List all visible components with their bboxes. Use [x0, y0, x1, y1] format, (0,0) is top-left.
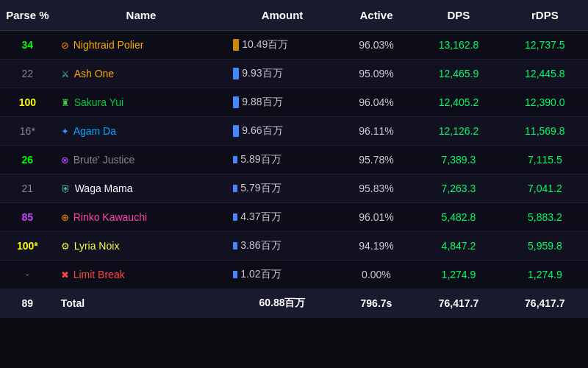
table-row: 22⚔Ash One9.93百万95.09%12,465.912,445.8: [0, 60, 588, 88]
total-amount: 60.88百万: [227, 289, 337, 318]
parse-value: 21: [0, 174, 55, 203]
player-name-cell: ⊗Brute' Justice: [55, 146, 228, 174]
table-row: -✖Limit Break1.02百万0.00%1,274.91,274.9: [0, 261, 588, 289]
amount-text: 9.66百万: [242, 124, 282, 138]
player-name-cell: ✦Agam Da: [55, 117, 228, 146]
rdps-value: 7,115.5: [502, 146, 588, 174]
player-name: Rinko Kawauchi: [74, 211, 147, 223]
parse-value: 22: [0, 60, 55, 88]
player-name: Agam Da: [74, 125, 116, 137]
amount-value: 1.02百万: [227, 261, 337, 289]
rdps-value: 12,737.5: [502, 31, 588, 60]
player-name: Waga Mama: [75, 183, 133, 194]
amount-text: 4.37百万: [240, 210, 281, 224]
dps-value: 13,162.8: [415, 31, 501, 60]
amount-bar: [233, 185, 237, 192]
player-icon: ⊗: [61, 155, 69, 166]
player-icon: ✦: [61, 126, 69, 137]
rdps-value: 7,041.2: [502, 174, 588, 203]
table-row: 34⊘Nightraid Polier10.49百万96.03%13,162.8…: [0, 31, 588, 60]
amount-text: 10.49百万: [242, 38, 288, 52]
parse-value: -: [0, 261, 55, 289]
amount-bar: [233, 39, 239, 51]
player-name: Limit Break: [74, 269, 125, 280]
player-icon: ♜: [61, 97, 70, 108]
amount-value: 9.93百万: [227, 60, 337, 88]
amount-text: 5.79百万: [240, 182, 281, 195]
amount-text: 3.86百万: [240, 239, 281, 252]
amount-value: 5.79百万: [227, 174, 337, 203]
dps-value: 12,465.9: [415, 60, 501, 88]
rdps-value: 5,883.2: [502, 203, 588, 232]
header-parse: Parse %: [0, 0, 55, 31]
header-name: Name: [55, 0, 228, 31]
amount-text: 5.89百万: [240, 153, 281, 166]
active-value: 95.83%: [337, 174, 416, 203]
amount-bar: [233, 156, 237, 163]
amount-text: 9.93百万: [242, 67, 282, 80]
player-name-cell: ♜Sakura Yui: [55, 88, 228, 117]
player-name: Lyria Noix: [74, 240, 120, 252]
active-value: 94.19%: [337, 232, 416, 261]
amount-bar: [233, 271, 237, 278]
table-body: 34⊘Nightraid Polier10.49百万96.03%13,162.8…: [0, 31, 588, 318]
parse-table: Parse % Name Amount Active DPS rDPS 34⊘N…: [0, 0, 588, 318]
player-name: Nightraid Polier: [74, 39, 144, 51]
active-value: 95.78%: [337, 146, 416, 174]
rdps-value: 12,390.0: [502, 88, 588, 117]
amount-text: 1.02百万: [240, 268, 281, 281]
rdps-value: 11,569.8: [502, 117, 588, 146]
amount-bar: [233, 96, 239, 108]
dps-value: 5,482.8: [415, 203, 501, 232]
player-icon: ⊕: [61, 212, 69, 223]
player-name-cell: ✖Limit Break: [55, 261, 228, 289]
parse-table-container: Parse % Name Amount Active DPS rDPS 34⊘N…: [0, 0, 588, 318]
table-row: 100♜Sakura Yui9.88百万96.04%12,405.212,390…: [0, 88, 588, 117]
amount-value: 10.49百万: [227, 31, 337, 60]
player-name-cell: ⚔Ash One: [55, 60, 228, 88]
parse-value: 100*: [0, 232, 55, 261]
amount-text: 9.88百万: [242, 96, 282, 109]
table-row: 26⊗Brute' Justice5.89百万95.78%7,389.37,11…: [0, 146, 588, 174]
table-row: 21⛨Waga Mama5.79百万95.83%7,263.37,041.2: [0, 174, 588, 203]
amount-value: 5.89百万: [227, 146, 337, 174]
player-icon: ⚔: [61, 68, 70, 79]
dps-value: 7,389.3: [415, 146, 501, 174]
rdps-value: 12,445.8: [502, 60, 588, 88]
parse-value: 85: [0, 203, 55, 232]
header-rdps: rDPS: [502, 0, 588, 31]
table-row: 100*⚙Lyria Noix3.86百万94.19%4,847.25,959.…: [0, 232, 588, 261]
player-icon: ⚙: [61, 241, 70, 252]
player-name: Ash One: [74, 68, 114, 79]
rdps-value: 5,959.8: [502, 232, 588, 261]
header-dps: DPS: [415, 0, 501, 31]
dps-value: 1,274.9: [415, 261, 501, 289]
amount-value: 9.88百万: [227, 88, 337, 117]
player-name-cell: ⚙Lyria Noix: [55, 232, 228, 261]
active-value: 95.09%: [337, 60, 416, 88]
table-row: 16*✦Agam Da9.66百万96.11%12,126.211,569.8: [0, 117, 588, 146]
header-amount: Amount: [227, 0, 337, 31]
amount-bar: [233, 242, 237, 250]
parse-value: 16*: [0, 117, 55, 146]
rdps-value: 1,274.9: [502, 261, 588, 289]
amount-value: 9.66百万: [227, 117, 337, 146]
player-name: Brute' Justice: [74, 154, 135, 166]
active-value: 96.03%: [337, 31, 416, 60]
dps-value: 7,263.3: [415, 174, 501, 203]
total-dps: 76,417.7: [415, 289, 501, 318]
active-value: 96.01%: [337, 203, 416, 232]
player-name-cell: ⛨Waga Mama: [55, 174, 228, 203]
dps-value: 12,126.2: [415, 117, 501, 146]
total-rdps: 76,417.7: [502, 289, 588, 318]
parse-value: 34: [0, 31, 55, 60]
total-name: Total: [55, 289, 228, 318]
table-header-row: Parse % Name Amount Active DPS rDPS: [0, 0, 588, 31]
amount-bar: [233, 68, 239, 79]
player-name-cell: ⊕Rinko Kawauchi: [55, 203, 228, 232]
amount-bar: [233, 125, 239, 137]
parse-value: 100: [0, 88, 55, 117]
player-name: Sakura Yui: [74, 96, 123, 108]
total-row: 89Total60.88百万796.7s76,417.776,417.7: [0, 289, 588, 318]
player-icon: ⛨: [61, 183, 71, 194]
